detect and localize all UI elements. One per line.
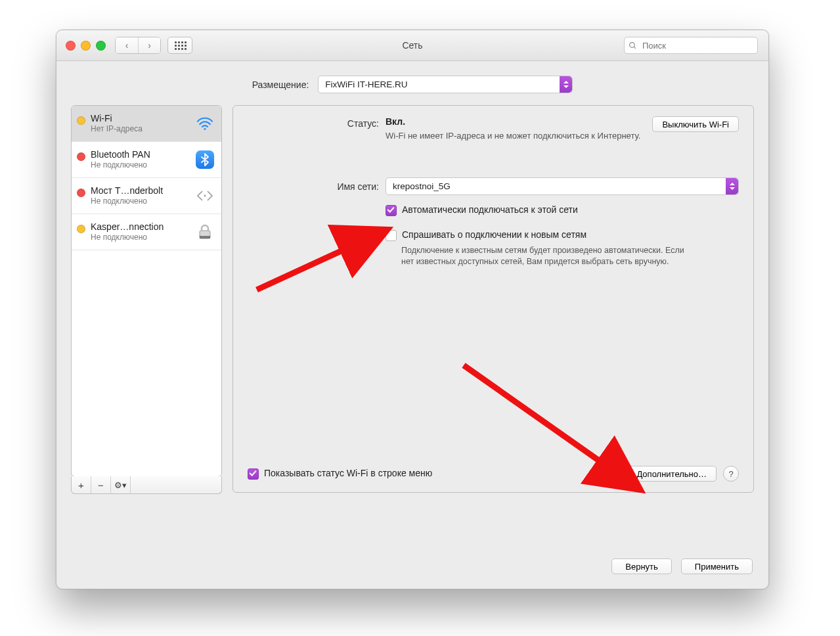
status-description: Wi-Fi не имеет IP-адреса и не может подк… [386, 131, 652, 141]
nav-back-forward: ‹ › [115, 37, 161, 54]
status-dot-icon [77, 116, 85, 125]
add-interface-button[interactable]: + [72, 476, 91, 493]
ask-to-join-label: Спрашивать о подключении к новым сетям [402, 229, 586, 240]
search-input[interactable] [641, 40, 753, 51]
auto-join-checkbox[interactable]: Автоматически подключаться к этой сети [386, 204, 739, 216]
bluetooth-icon [195, 150, 215, 170]
search-field[interactable] [624, 37, 758, 54]
minimize-window-button[interactable] [81, 41, 91, 51]
help-button[interactable]: ? [723, 466, 739, 482]
apply-button[interactable]: Применить [681, 558, 753, 574]
sidebar-actions: + − ⚙▾ [71, 476, 222, 494]
sidebar-item-sub: Нет IP-адреса [91, 124, 190, 133]
sidebar-item-label: Wi-Fi [91, 114, 190, 124]
zoom-window-button[interactable] [96, 41, 106, 51]
sidebar-item-label: Bluetooth PAN [91, 150, 190, 160]
interface-options-button[interactable]: ⚙▾ [111, 476, 131, 493]
show-wifi-status-checkbox[interactable]: Показывать статус Wi-Fi в строке меню [248, 468, 432, 480]
lock-icon [195, 222, 215, 242]
interfaces-sidebar: Wi-Fi Нет IP-адреса Bluetooth PAN Не под… [71, 105, 222, 477]
location-row: Размещение: FixWiFi IT-HERE.RU [56, 61, 768, 105]
checkbox-icon [248, 468, 259, 480]
footer-buttons: Вернуть Применить [611, 558, 753, 574]
thunderbolt-bridge-icon [195, 188, 215, 204]
interface-settings-panel: Статус: Вкл. Wi-Fi не имеет IP-адреса и … [232, 105, 754, 493]
forward-button[interactable]: › [138, 37, 160, 53]
remove-interface-button[interactable]: − [91, 476, 111, 493]
sidebar-item-kaspersky-connection[interactable]: Kasper…nnection Не подключено [72, 214, 221, 250]
ask-to-join-checkbox[interactable]: Спрашивать о подключении к новым сетям [386, 229, 739, 241]
advanced-button[interactable]: Дополнительно… [627, 466, 717, 482]
location-label: Размещение: [252, 80, 309, 90]
sidebar-item-label: Kasper…nnection [91, 222, 190, 232]
sidebar-item-sub: Не подключено [91, 160, 190, 170]
titlebar: ‹ › Сеть [56, 30, 768, 61]
sidebar-item-thunderbolt-bridge[interactable]: Мост T…nderbolt Не подключено [72, 178, 221, 214]
ask-to-join-description: Подключение к известным сетям будет прои… [401, 245, 690, 267]
wifi-icon [195, 114, 215, 133]
close-window-button[interactable] [66, 41, 76, 51]
svg-point-0 [630, 42, 635, 47]
status-label: Статус: [248, 116, 386, 129]
location-value: FixWiFi IT-HERE.RU [325, 80, 407, 89]
checkbox-icon [386, 205, 397, 216]
network-name-value: krepostnoi_5G [393, 181, 451, 191]
svg-line-1 [634, 47, 636, 49]
search-icon [629, 41, 637, 50]
auto-join-label: Автоматически подключаться к этой сети [402, 204, 578, 215]
sidebar-item-sub: Не подключено [91, 233, 190, 242]
network-preferences-window: ‹ › Сеть Размещение: FixWiFi IT-HERE.RU [56, 30, 769, 589]
location-select[interactable]: FixWiFi IT-HERE.RU [318, 76, 573, 93]
sidebar-item-sub: Не подключено [91, 196, 190, 206]
sidebar-item-bluetooth-pan[interactable]: Bluetooth PAN Не подключено [72, 142, 221, 178]
network-name-select[interactable]: krepostnoi_5G [386, 177, 739, 195]
chevron-up-down-icon [726, 178, 738, 194]
show-all-prefs-button[interactable] [167, 37, 192, 54]
show-wifi-status-label: Показывать статус Wi-Fi в строке меню [264, 468, 432, 478]
sidebar-item-label: Мост T…nderbolt [91, 186, 190, 196]
status-dot-icon [77, 225, 85, 233]
network-name-label: Имя сети: [248, 181, 386, 192]
chevron-up-down-icon [560, 76, 572, 93]
revert-button[interactable]: Вернуть [611, 558, 672, 574]
svg-rect-5 [200, 236, 210, 238]
sidebar-item-wifi[interactable]: Wi-Fi Нет IP-адреса [72, 106, 221, 142]
back-button[interactable]: ‹ [116, 37, 138, 53]
svg-point-2 [204, 128, 206, 130]
status-dot-icon [77, 152, 85, 161]
turn-wifi-off-button[interactable]: Выключить Wi-Fi [652, 116, 739, 132]
checkbox-icon [386, 230, 397, 241]
status-dot-icon [77, 189, 85, 197]
status-value: Вкл. [386, 116, 652, 127]
grid-icon [175, 41, 185, 49]
window-controls [66, 41, 106, 51]
svg-point-3 [204, 195, 206, 197]
